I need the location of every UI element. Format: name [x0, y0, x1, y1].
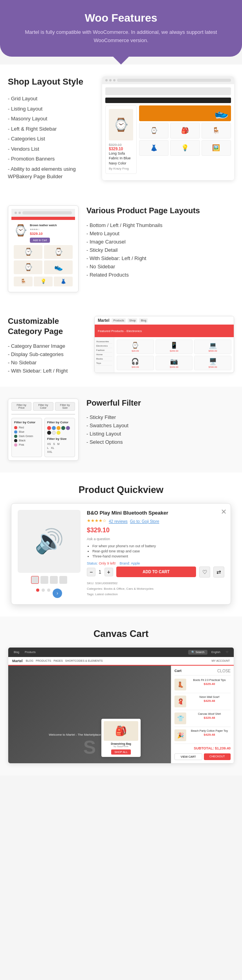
- filter-color-item: Dark Green: [14, 435, 39, 438]
- color-dot-blue: [14, 430, 17, 434]
- swatch[interactable]: [57, 426, 60, 430]
- detail-thumb: ⌚: [14, 245, 42, 259]
- filter-right: Powerful Filter Sticky Filter Swatches L…: [86, 399, 234, 446]
- cat-sidebar-item: Home: [96, 353, 112, 357]
- quantity-decrease-button[interactable]: −: [87, 568, 95, 576]
- color-dot-pink: [14, 443, 17, 447]
- filter-size-item: XS S M: [47, 443, 72, 445]
- color-label: Pink: [19, 443, 24, 446]
- cat-product: 🎧 $49.99: [117, 356, 154, 370]
- various-list: Bottom / Left / Right Thumbnails Metro L…: [86, 221, 234, 279]
- category-page-mock: Martel Products Shop Blog Featured Produ…: [94, 316, 234, 373]
- nav-dot[interactable]: [42, 589, 45, 592]
- list-item: Related Products: [86, 271, 234, 279]
- canvas-cart-panel: Cart CLOSE 👢 Boots Fit 2.0 Practical Tip…: [171, 666, 234, 763]
- cart-action-buttons: VIEW CART CHECKOUT: [174, 753, 231, 760]
- nav-link-account[interactable]: MY ACCOUNT: [211, 659, 230, 662]
- filter-panel-title: Filter by Color: [14, 421, 39, 424]
- browser-dot: [113, 79, 116, 81]
- list-item: Sticky Filter: [86, 413, 234, 421]
- detail-thumb: ⌚: [44, 245, 73, 259]
- list-item: Select Options: [86, 438, 234, 446]
- category-left: Customizable Category Page Category Bann…: [8, 316, 86, 375]
- product-price: $349.99: [158, 366, 191, 368]
- modal-close-button[interactable]: ✕: [221, 508, 227, 516]
- cart-item-image: 👢: [174, 679, 186, 690]
- cat-product: 📷 $349.99: [156, 356, 193, 370]
- category-section: Customizable Category Page Category Bann…: [0, 304, 242, 387]
- view-cart-button[interactable]: VIEW CART: [174, 753, 202, 760]
- nav-link-pages[interactable]: PAGES: [53, 659, 63, 662]
- list-item: Categories List: [8, 134, 94, 144]
- ask-question-link[interactable]: Ask a question: [87, 537, 224, 541]
- filter-size-item: XXL: [47, 450, 72, 453]
- canvas-product-name: Drawstring Bag: [104, 742, 138, 745]
- wishlist-button[interactable]: ♡: [199, 567, 210, 578]
- swatch[interactable]: [52, 426, 56, 430]
- mock-shop-nav: [105, 98, 231, 103]
- nav-link-blog[interactable]: BLOG: [26, 659, 33, 662]
- filter-list: Sticky Filter Swatches Layout Listing La…: [86, 413, 234, 446]
- quickview-thumbs: [18, 576, 81, 584]
- product-icon: 💻: [196, 341, 229, 349]
- browser-dot: [15, 212, 17, 214]
- detail-add-btn[interactable]: Add to Cart: [30, 238, 50, 243]
- cat-product: 📱 $299.99: [156, 340, 193, 354]
- category-list: Category Banner Image Display Sub-catego…: [8, 342, 86, 375]
- list-item: With Sidebar: Left / Right: [8, 367, 86, 375]
- list-item: No Sidebar: [86, 262, 234, 271]
- list-item: Listing Layout: [86, 430, 234, 438]
- swatch[interactable]: [47, 431, 51, 435]
- store-link[interactable]: Go to: Goji Store: [130, 519, 159, 524]
- thumb-2[interactable]: [40, 576, 48, 584]
- nav-link-products[interactable]: PRODUCTS: [36, 659, 51, 662]
- thumb-4[interactable]: [59, 576, 67, 584]
- mini-card: 💡: [170, 140, 200, 156]
- canvas-cart-mock: Blog Products 🔍 Search English ♡ Martel …: [8, 647, 234, 764]
- cat-sidebar-item: Accessories: [96, 340, 112, 344]
- cart-item-price: $429.48: [188, 733, 231, 736]
- nav-link-shortcodes[interactable]: SHORTCODES & ELEMENTS: [65, 659, 103, 662]
- reviews-link[interactable]: 42 reviews: [109, 519, 128, 524]
- various-mock: ⌚ Brown leather watch ★★★★☆ $329.10 Add …: [8, 205, 79, 292]
- shop-layout-mock: ⌚ $329.10 $329.10 Long Sofa Fabric In Bl…: [102, 76, 234, 181]
- canvas-top-bar: Blog Products 🔍 Search English ♡: [8, 648, 234, 657]
- filter-size-item: L XL: [47, 447, 72, 449]
- swatch[interactable]: [47, 426, 51, 430]
- cart-item-2: 🧣 Neon Wall Scarf $429.48: [174, 696, 231, 710]
- canvas-cart-close-button[interactable]: CLOSE: [217, 669, 231, 673]
- checkout-button[interactable]: CHECKOUT: [204, 753, 231, 760]
- categories-info: Categories: Books & Office, Cars & Motor…: [87, 586, 224, 592]
- quantity-increase-button[interactable]: +: [104, 568, 113, 576]
- product-icon: 📷: [158, 358, 191, 365]
- swatch[interactable]: [66, 426, 70, 430]
- thumb-3[interactable]: [50, 576, 58, 584]
- list-item: Image Carousel: [86, 238, 234, 246]
- swatch[interactable]: [57, 431, 60, 435]
- add-to-cart-button[interactable]: ADD TO CART: [116, 567, 196, 577]
- thumb-1[interactable]: [31, 576, 39, 584]
- cat-product: 💻 $899.99: [194, 340, 231, 354]
- canvas-shop-all-button[interactable]: SHOP ALL: [111, 749, 131, 755]
- detail-thumb: ⌚: [14, 260, 42, 274]
- filter-swatches-panel: Filter by Color Filter by Size XS S M: [44, 418, 75, 457]
- nav-dot[interactable]: [47, 589, 50, 592]
- canvas-cart-title: Canvas Cart: [8, 628, 234, 639]
- color-dot-black: [14, 439, 17, 442]
- canvas-product-by: by ZippyPools: [104, 745, 138, 747]
- filter-title: Powerful Filter: [86, 399, 234, 408]
- mock-product-image: ⌚: [109, 109, 133, 140]
- swatch[interactable]: [52, 431, 56, 435]
- compare-button[interactable]: ⇄: [213, 567, 224, 578]
- quantity-row: − 1 + ADD TO CART ♡ ⇄: [87, 567, 224, 578]
- swatch[interactable]: [61, 426, 65, 430]
- nav-next-arrow[interactable]: ›: [53, 589, 62, 598]
- cart-subtotal: SUBTOTAL: $1,239.40: [174, 746, 231, 750]
- cat-banner-text: Featured Products - Electronics: [98, 329, 142, 333]
- mini-card: 👗: [139, 140, 169, 156]
- cart-item-info: Canvas Woof Shirt $329.48: [188, 712, 231, 724]
- top-search-box[interactable]: 🔍 Search: [188, 650, 207, 655]
- browser-dot: [105, 79, 108, 81]
- nav-dot[interactable]: [36, 589, 39, 592]
- list-item: Category Banner Image: [8, 342, 86, 350]
